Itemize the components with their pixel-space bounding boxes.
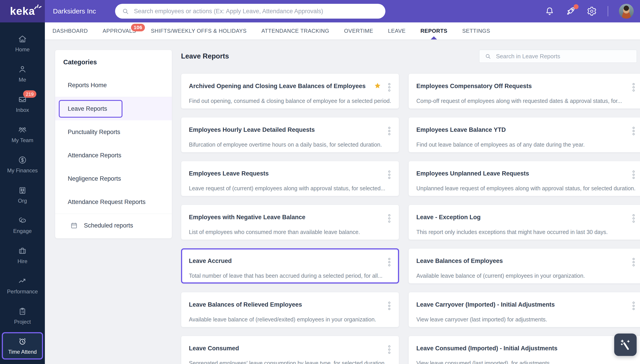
categories-list: Reports HomeLeave ReportsPunctuality Rep… xyxy=(55,74,172,214)
scheduled-reports-link[interactable]: Scheduled reports xyxy=(55,214,172,237)
report-card-leave-exception-log[interactable]: Leave - Exception LogThis report only in… xyxy=(409,205,640,240)
report-card-title: Leave Accrued xyxy=(189,258,387,264)
report-card-leave-consumed[interactable]: Leave ConsumedSegregated employees' leav… xyxy=(181,336,399,364)
tab-overtime[interactable]: OVERTIME xyxy=(344,22,373,40)
tab-dashboard[interactable]: DASHBOARD xyxy=(53,22,88,40)
favorite-star-icon[interactable] xyxy=(374,82,382,90)
hire-icon xyxy=(18,246,27,256)
tab-label: LEAVE xyxy=(388,28,406,34)
sidebar-item-performance[interactable]: Performance xyxy=(0,270,45,300)
report-card-leave-balances-of-employees[interactable]: Leave Balances of EmployeesAvailable lea… xyxy=(409,248,640,284)
global-search-input[interactable] xyxy=(133,8,379,15)
report-card-employees-unplanned-leave-requests[interactable]: Employees Unplanned Leave RequestsUnplan… xyxy=(409,161,640,196)
category-attendance-request-reports[interactable]: Attendance Request Reports xyxy=(55,190,172,214)
keka-logo[interactable]: keka xyxy=(0,0,45,22)
card-menu-button[interactable] xyxy=(632,170,635,179)
main-panel: Leave Reports Archived Opening and Closi… xyxy=(181,50,637,364)
report-cards-grid: Archived Opening and Closing Leave Balan… xyxy=(181,74,637,364)
approvals-count-badge: 106 xyxy=(131,24,145,32)
sidebar-item-label: Performance xyxy=(7,288,38,295)
sidebar-item-org[interactable]: Org xyxy=(0,180,45,210)
category-attendance-reports[interactable]: Attendance Reports xyxy=(55,144,172,167)
report-card-leave-balances-of-relieved-employees[interactable]: Leave Balances of Relieved EmployeesAvai… xyxy=(181,292,399,327)
report-card-description: Bifurcation of employee overtime hours o… xyxy=(189,142,391,148)
report-card-description: Find out opening, consumed & closing bal… xyxy=(189,98,391,104)
category-label: Negligence Reports xyxy=(68,175,121,182)
tab-shifts-weekly-offs-holidays[interactable]: SHIFTS/WEEKLY OFFS & HOLIDAYS xyxy=(151,22,246,40)
report-card-archived-opening-and-closing-leave-balances-of-employees[interactable]: Archived Opening and Closing Leave Balan… xyxy=(181,74,399,109)
sidebar-item-me[interactable]: Me xyxy=(0,58,45,89)
sidebar-item-time-attend[interactable]: Time Attend xyxy=(2,332,43,360)
company-name: Darksiders Inc xyxy=(53,8,96,15)
topbar-divider xyxy=(608,6,608,16)
report-card-leave-accrued[interactable]: Leave AccruedTotal number of leave that … xyxy=(181,248,399,284)
card-menu-button[interactable] xyxy=(387,214,391,223)
report-search[interactable] xyxy=(479,50,637,63)
sidebar-item-inbox[interactable]: 219Inbox xyxy=(0,89,45,119)
card-menu-button[interactable] xyxy=(632,301,635,310)
tab-approvals[interactable]: APPROVALS106 xyxy=(103,22,136,40)
card-menu-button[interactable] xyxy=(632,258,635,267)
gear-icon[interactable] xyxy=(587,6,597,16)
magic-wand-button[interactable] xyxy=(614,334,637,356)
report-card-employees-leave-requests[interactable]: Employees Leave RequestsLeave request of… xyxy=(181,161,399,196)
card-menu-button[interactable] xyxy=(632,126,635,136)
sidebar-item-label: Home xyxy=(15,46,30,53)
report-card-leave-consumed-imported-initial-adjustments[interactable]: Leave Consumed (Imported) - Initial Adju… xyxy=(409,336,640,364)
user-avatar[interactable] xyxy=(619,4,634,18)
inbox-icon: 219 xyxy=(18,95,27,104)
tab-label: REPORTS xyxy=(420,28,447,34)
card-menu-button[interactable] xyxy=(387,170,391,179)
report-card-title: Employees Hourly Leave Detailed Requests xyxy=(189,126,387,133)
report-card-title: Leave Consumed xyxy=(189,345,387,352)
card-menu-button[interactable] xyxy=(387,126,391,136)
tab-leave[interactable]: LEAVE xyxy=(388,22,406,40)
category-negligence-reports[interactable]: Negligence Reports xyxy=(55,167,172,190)
report-search-input[interactable] xyxy=(496,53,631,60)
bell-icon[interactable] xyxy=(544,6,555,16)
main-header: Leave Reports xyxy=(181,50,637,63)
category-label: Attendance Reports xyxy=(68,152,121,159)
report-card-title: Archived Opening and Closing Leave Balan… xyxy=(189,83,371,90)
card-menu-button[interactable] xyxy=(387,258,391,267)
inbox-count-badge: 219 xyxy=(23,90,36,98)
tab-attendance-tracking[interactable]: ATTENDANCE TRACKING xyxy=(261,22,329,40)
category-punctuality-reports[interactable]: Punctuality Reports xyxy=(55,120,172,144)
tab-reports[interactable]: REPORTS xyxy=(420,22,447,40)
time-attend-icon xyxy=(18,337,27,346)
categories-title: Categories xyxy=(55,58,172,74)
card-menu-button[interactable] xyxy=(632,83,635,92)
report-card-employees-leave-balance-ytd[interactable]: Employees Leave Balance YTDFind out leav… xyxy=(409,117,640,152)
category-reports-home[interactable]: Reports Home xyxy=(55,74,172,97)
report-card-description: List of employees who consumed more than… xyxy=(189,229,391,235)
global-search[interactable] xyxy=(115,4,385,18)
report-card-title: Leave Balances of Employees xyxy=(416,258,632,264)
engage-icon xyxy=(18,216,27,225)
card-menu-button[interactable] xyxy=(387,83,391,92)
sidebar-item-home[interactable]: Home xyxy=(0,28,45,58)
rocket-notification-dot xyxy=(574,4,578,9)
category-leave-reports[interactable]: Leave Reports xyxy=(55,97,172,120)
report-card-leave-carryover-imported-initial-adjustments[interactable]: Leave Carryover (Imported) - Initial Adj… xyxy=(409,292,640,327)
scheduled-reports-label: Scheduled reports xyxy=(84,222,133,229)
card-menu-button[interactable] xyxy=(632,214,635,223)
sidebar-item-hire[interactable]: Hire xyxy=(0,240,45,270)
sidebar-item-label: Engage xyxy=(13,228,32,234)
card-menu-button[interactable] xyxy=(387,301,391,310)
sidebar-item-label: Project xyxy=(14,319,31,325)
report-card-employees-hourly-leave-detailed-requests[interactable]: Employees Hourly Leave Detailed Requests… xyxy=(181,117,399,152)
sidebar-item-project[interactable]: Project xyxy=(0,300,45,331)
tab-settings[interactable]: SETTINGS xyxy=(462,22,490,40)
sidebar-item-engage[interactable]: Engage xyxy=(0,210,45,240)
report-card-description: View leave carryover (last imported) for… xyxy=(416,316,635,323)
report-card-title: Employees Compensatory Off Requests xyxy=(416,83,632,90)
report-card-title: Leave Consumed (Imported) - Initial Adju… xyxy=(416,345,632,352)
card-menu-button[interactable] xyxy=(387,345,391,354)
report-card-employees-compensatory-off-requests[interactable]: Employees Compensatory Off RequestsComp-… xyxy=(409,74,640,109)
report-card-employees-with-negative-leave-balance[interactable]: Employees with Negative Leave BalanceLis… xyxy=(181,205,399,240)
sidebar-item-my-team[interactable]: My Team xyxy=(0,119,45,149)
report-card-title: Leave Carryover (Imported) - Initial Adj… xyxy=(416,301,632,308)
sidebar-item-my-finances[interactable]: My Finances xyxy=(0,149,45,180)
rocket-icon[interactable] xyxy=(565,6,576,16)
page-title: Leave Reports xyxy=(181,52,229,60)
